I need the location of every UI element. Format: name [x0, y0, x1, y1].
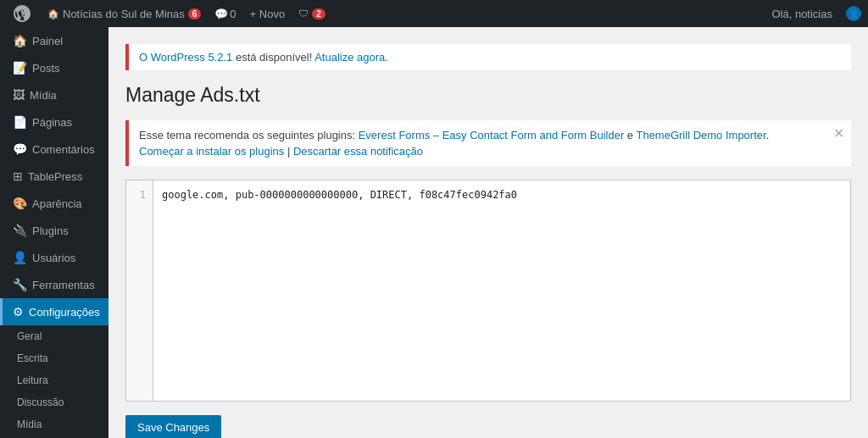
adminbar-right: Olá, noticias 👤	[765, 0, 861, 27]
plugin2-link[interactable]: ThemeGrill Demo Importer	[636, 129, 765, 141]
notice-plugin-links: Começar a instalar os plugins | Descarta…	[139, 145, 824, 158]
main-content: O WordPress 5.2.1 está disponível! Atual…	[108, 27, 868, 438]
comments-icon: 💬	[13, 142, 27, 156]
appearance-icon: 🎨	[13, 197, 27, 210]
comment-icon: 💬	[214, 8, 228, 20]
notice-update-now-link[interactable]: Atualize agora	[314, 51, 385, 64]
submenu-midia[interactable]: Mídia	[0, 413, 108, 435]
notice-update: O WordPress 5.2.1 está disponível! Atual…	[125, 44, 851, 70]
adminbar-comments[interactable]: 💬 0	[208, 0, 242, 27]
sidebar-item-comentarios[interactable]: 💬 Comentários	[0, 136, 108, 163]
sidebar-item-plugins[interactable]: 🔌 Plugins	[0, 217, 108, 244]
sidebar-item-ferramentas[interactable]: 🔧 Ferramentas	[0, 271, 108, 298]
adminbar-site-name[interactable]: 🏠 Notícias do Sul de Minas 6	[41, 0, 208, 27]
submenu-discussao[interactable]: Discussão	[0, 391, 108, 413]
submenu-geral[interactable]: Geral	[0, 325, 108, 347]
notice-plugin-text: Esse tema recomenda os seguintes plugins…	[139, 129, 824, 141]
submenu-escrita[interactable]: Escrita	[0, 347, 108, 369]
admin-bar: 🏠 Notícias do Sul de Minas 6 💬 0 + Novo …	[0, 0, 868, 27]
media-icon: 🖼	[13, 88, 25, 102]
layout: 🏠 Painel 📝 Posts 🖼 Mídia 📄 Páginas 💬 Com…	[0, 27, 868, 438]
adminbar-new[interactable]: + Novo	[243, 0, 292, 27]
sidebar-item-midia[interactable]: 🖼 Mídia	[0, 81, 108, 108]
tablepress-icon: ⊞	[13, 169, 23, 183]
updates-badge: 6	[188, 8, 202, 19]
sidebar-item-tablepress[interactable]: ⊞ TablePress	[0, 163, 108, 190]
notice-plugin: ✕ Esse tema recomenda os seguintes plugi…	[125, 120, 851, 166]
posts-icon: 📝	[13, 61, 27, 75]
adminbar-user-greeting[interactable]: Olá, noticias	[765, 0, 839, 27]
sidebar-item-aparencia[interactable]: 🎨 Aparência	[0, 190, 108, 217]
sidebar-item-posts[interactable]: 📝 Posts	[0, 54, 108, 81]
ads-txt-textarea[interactable]	[153, 180, 850, 401]
notice-close-button[interactable]: ✕	[833, 127, 844, 141]
save-changes-button[interactable]: Save Changes	[125, 415, 221, 438]
users-icon: 👤	[13, 251, 27, 264]
sidebar-item-configuracoes[interactable]: ⚙ Configurações	[0, 298, 108, 325]
painel-icon: 🏠	[13, 34, 27, 47]
sidebar-item-painel[interactable]: 🏠 Painel	[0, 27, 108, 54]
plugin1-link[interactable]: Everest Forms – Easy Contact Form and Fo…	[359, 129, 625, 141]
install-plugins-link[interactable]: Começar a instalar os plugins	[139, 145, 284, 158]
line-numbers: 1	[126, 180, 153, 401]
adminbar-user-avatar[interactable]: 👤	[846, 6, 861, 21]
code-editor-container: 1	[125, 180, 851, 402]
sidebar-item-paginas[interactable]: 📄 Páginas	[0, 108, 108, 136]
settings-icon: ⚙	[13, 305, 24, 319]
sidebar: 🏠 Painel 📝 Posts 🖼 Mídia 📄 Páginas 💬 Com…	[0, 27, 108, 438]
dismiss-notice-link[interactable]: Descartar essa notificação	[293, 145, 423, 158]
page-title: Manage Ads.txt	[125, 84, 851, 107]
pages-icon: 📄	[13, 115, 27, 129]
notice-update-link[interactable]: O WordPress 5.2.1	[139, 51, 232, 64]
submenu-leitura[interactable]: Leitura	[0, 369, 108, 391]
plugins-icon: 🔌	[13, 224, 27, 237]
adminbar-wpseo[interactable]: 🛡 2	[292, 0, 332, 27]
adminbar-wp-logo[interactable]	[7, 0, 41, 27]
notice-update-text: O WordPress 5.2.1 está disponível! Atual…	[139, 51, 388, 64]
tools-icon: 🔧	[13, 278, 27, 291]
sidebar-item-usuarios[interactable]: 👤 Usuários	[0, 244, 108, 271]
